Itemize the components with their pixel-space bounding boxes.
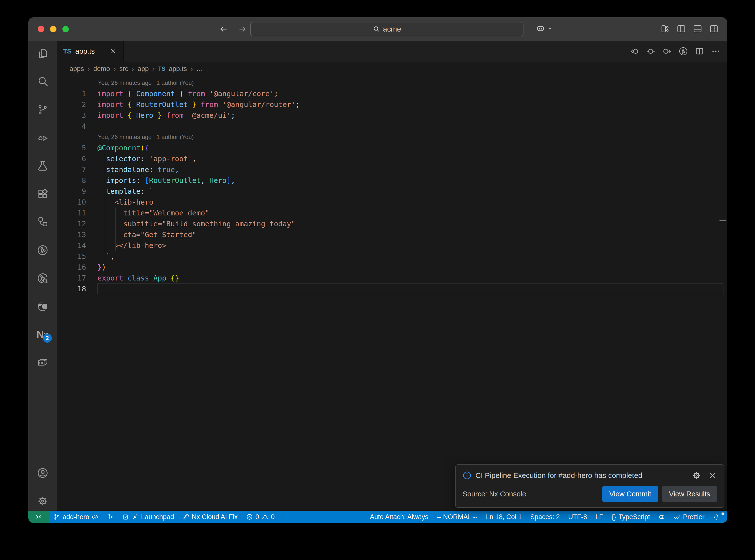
- encoding-status-item[interactable]: UTF-8: [564, 513, 591, 521]
- indent-guide: [115, 240, 116, 251]
- code-line[interactable]: 11 title="Welcmoe demo": [57, 207, 728, 218]
- tab-label: app.ts: [75, 47, 95, 56]
- code-line[interactable]: 9 template: `: [57, 186, 728, 197]
- line-number: 1: [57, 88, 97, 99]
- remote-indicator[interactable]: [28, 511, 49, 523]
- tab-app-ts[interactable]: TS app.ts: [57, 41, 124, 62]
- navigate-forward-icon[interactable]: [237, 24, 247, 34]
- breadcrumb-item[interactable]: apps: [69, 65, 84, 73]
- eol-status-item[interactable]: LF: [591, 513, 608, 521]
- line-number: 3: [57, 110, 97, 121]
- nx-cloud-status-item[interactable]: Nx Cloud AI Fix: [178, 513, 242, 521]
- command-center-search[interactable]: acme: [250, 22, 523, 36]
- code-line[interactable]: 8 imports: [RouterOutlet, Hero],: [57, 175, 728, 186]
- indentation-status-item[interactable]: Spaces: 2: [526, 513, 564, 521]
- bell-icon: [713, 514, 720, 520]
- line-number: 10: [57, 197, 97, 207]
- notifications-status-item[interactable]: [709, 514, 724, 520]
- code-line[interactable]: 16}): [57, 262, 728, 273]
- code-line[interactable]: 5@Component({: [57, 142, 728, 153]
- language-status-item[interactable]: {} TypeScript: [607, 513, 654, 521]
- close-icon[interactable]: [708, 471, 717, 480]
- breadcrumb-item[interactable]: demo: [94, 65, 110, 73]
- history-current-icon[interactable]: [646, 46, 655, 56]
- more-actions-icon[interactable]: [711, 46, 720, 56]
- indent-guide: [104, 175, 104, 186]
- code-line[interactable]: 18: [57, 283, 728, 294]
- sidebar-item-commit-graph[interactable]: [37, 244, 48, 256]
- close-window-button[interactable]: [38, 26, 44, 32]
- zoom-window-button[interactable]: [62, 26, 69, 32]
- traffic-lights: [38, 26, 69, 32]
- view-results-button[interactable]: View Results: [662, 486, 717, 502]
- code-line[interactable]: 7 standalone: true,: [57, 164, 728, 175]
- line-number: 6: [57, 153, 97, 164]
- chevron-right-icon: ›: [114, 65, 116, 73]
- typescript-file-icon: TS: [158, 65, 165, 72]
- problems-status-item[interactable]: 0 0: [242, 513, 279, 521]
- copilot-icon: [658, 514, 665, 520]
- notification-settings-gear-icon[interactable]: [692, 471, 701, 480]
- warning-icon: [262, 514, 269, 520]
- code-line[interactable]: 4: [57, 121, 728, 132]
- code-line[interactable]: 17export class App {}: [57, 273, 728, 283]
- code-line[interactable]: 2import { RouterOutlet } from '@angular/…: [57, 99, 728, 110]
- sidebar-item-extensions[interactable]: [37, 188, 48, 200]
- copilot-menu[interactable]: [536, 24, 553, 33]
- close-tab-icon[interactable]: [110, 47, 117, 55]
- breadcrumb-item[interactable]: app: [138, 65, 149, 73]
- sidebar-item-nx-console[interactable]: N» 2: [37, 329, 48, 340]
- code-line[interactable]: 1import { Component } from '@angular/cor…: [57, 88, 728, 99]
- sidebar-item-edge-devtools[interactable]: [37, 301, 48, 312]
- sidebar-item-testing[interactable]: [37, 160, 48, 172]
- auto-attach-status-item[interactable]: Auto Attach: Always: [366, 513, 433, 521]
- sidebar-item-run-debug[interactable]: [37, 132, 48, 143]
- breadcrumb-symbol[interactable]: …: [196, 65, 203, 73]
- code-line[interactable]: 13 cta="Get Started": [57, 229, 728, 240]
- sidebar-item-search-commits[interactable]: [37, 273, 48, 284]
- account-button[interactable]: [37, 467, 48, 479]
- code-line[interactable]: 15 `,: [57, 251, 728, 262]
- code-editor[interactable]: You, 26 minutes ago | 1 author (You)1imp…: [57, 76, 728, 511]
- sidebar-item-project-graph[interactable]: [37, 216, 48, 228]
- sidebar-item-source-control[interactable]: [37, 104, 48, 115]
- sidebar-item-explorer[interactable]: [37, 48, 48, 59]
- sidebar-item-search[interactable]: [37, 76, 48, 87]
- navigate-back-icon[interactable]: [219, 24, 229, 34]
- settings-button[interactable]: [37, 495, 48, 507]
- copilot-status-item[interactable]: [654, 514, 670, 520]
- search-value: acme: [383, 25, 401, 33]
- line-number: 11: [57, 207, 97, 218]
- minimize-window-button[interactable]: [50, 26, 57, 32]
- cursor-position-status-item[interactable]: Ln 18, Col 1: [482, 513, 526, 521]
- toggle-primary-sidebar-icon[interactable]: [677, 24, 686, 34]
- launchpad-label: Launchpad: [141, 513, 174, 521]
- customize-layout-icon[interactable]: [660, 24, 670, 34]
- vim-mode-status-item[interactable]: -- NORMAL --: [433, 513, 481, 521]
- toggle-secondary-sidebar-icon[interactable]: [709, 24, 718, 34]
- search-icon: [373, 25, 380, 33]
- split-editor-icon[interactable]: [695, 46, 704, 56]
- code-line[interactable]: 14 ></lib-hero>: [57, 240, 728, 251]
- breadcrumb-item[interactable]: src: [119, 65, 128, 73]
- branch-name: add-hero: [63, 513, 89, 521]
- launchpad-status-item[interactable]: Launchpad: [118, 513, 178, 521]
- typescript-file-icon: TS: [63, 47, 71, 55]
- sidebar-item-containers[interactable]: [37, 357, 48, 368]
- toggle-panel-icon[interactable]: [693, 24, 702, 34]
- code-line[interactable]: 3import { Hero } from '@acme/ui';: [57, 110, 728, 121]
- formatter-status-item[interactable]: Prettier: [670, 513, 709, 521]
- code-line[interactable]: 10 <lib-hero: [57, 197, 728, 207]
- commit-search-icon: [37, 273, 48, 284]
- branch-status-item[interactable]: add-hero: [49, 513, 103, 521]
- history-forward-icon[interactable]: [662, 46, 672, 56]
- view-commit-button[interactable]: View Commit: [602, 486, 658, 502]
- code-lines: You, 26 minutes ago | 1 author (You)1imp…: [57, 77, 728, 294]
- code-line[interactable]: 12 subtitle="Build something amazing tod…: [57, 218, 728, 229]
- graph-status-item[interactable]: [103, 514, 118, 520]
- history-back-icon[interactable]: [630, 46, 639, 56]
- nx-badge: 2: [43, 334, 52, 343]
- breadcrumb-file[interactable]: app.ts: [169, 65, 187, 73]
- code-line[interactable]: 6 selector: 'app-root',: [57, 153, 728, 164]
- commit-graph-icon[interactable]: [679, 46, 688, 56]
